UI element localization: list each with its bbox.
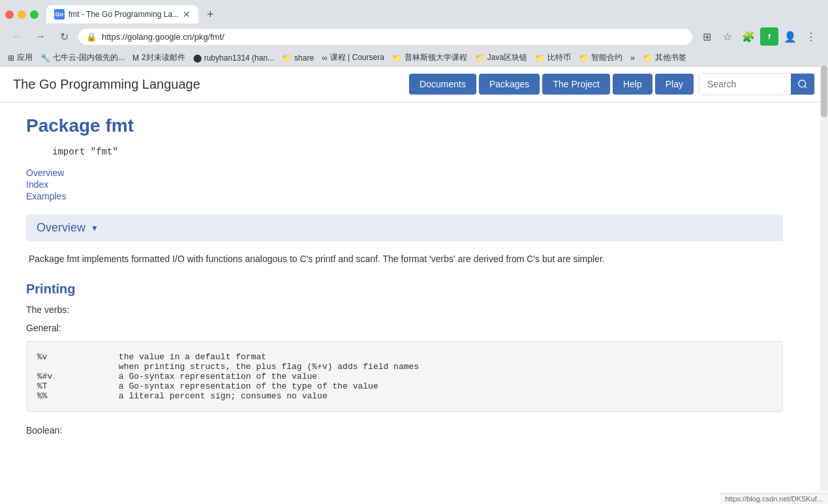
bookmark-share-icon: 📁	[282, 53, 292, 63]
bookmark-more[interactable]: »	[630, 53, 635, 63]
tab-favicon: Go	[54, 9, 65, 20]
examples-link[interactable]: Examples	[26, 191, 783, 201]
apps-icon: ⊞	[8, 53, 14, 63]
nav-buttons: Documents Packages The Project Help Play	[409, 74, 694, 95]
search-input[interactable]	[699, 74, 791, 95]
forward-button[interactable]: →	[31, 27, 50, 46]
bookmark-princeton[interactable]: 📁 普林斯顿大学课程	[392, 52, 467, 63]
code-block: %v the value in a default format when pr…	[26, 341, 783, 412]
url-text: https://golang.google.cn/pkg/fmt/	[102, 32, 224, 42]
help-button[interactable]: Help	[613, 74, 652, 95]
translate-icon[interactable]: ⊞	[698, 27, 716, 46]
search-container	[699, 73, 815, 95]
overview-dropdown-icon: ▼	[91, 224, 99, 233]
general-label: General:	[26, 323, 783, 333]
bookmark-github[interactable]: ⬤ rubyhan1314 (han...	[193, 53, 274, 63]
bookmark-mail-icon: M	[132, 53, 139, 63]
site-title: The Go Programming Language	[13, 77, 409, 92]
close-tab-button[interactable]: ✕	[183, 9, 191, 20]
menu-icon[interactable]: ⋮	[802, 27, 820, 46]
browser-chrome: Go fmt - The Go Programming La... ✕ + ← …	[0, 0, 828, 67]
bookmark-qiniu-icon: 🔧	[40, 53, 50, 63]
extension-icon[interactable]: 🧩	[739, 27, 758, 46]
toolbar-icons: ⊞ ☆ 🧩 f 👤 ⋮	[698, 27, 820, 46]
bookmark-java[interactable]: 📁 Java区块链	[475, 52, 527, 63]
bookmarks-label: ⊞ 应用	[8, 52, 33, 63]
doc-links: Overview Index Examples	[26, 168, 783, 201]
feedly-icon[interactable]: f	[760, 27, 778, 46]
bookmark-icon[interactable]: ☆	[718, 27, 737, 46]
bookmark-coursera[interactable]: ∞ 课程 | Coursera	[322, 52, 384, 63]
bookmark-contract-icon: 📁	[579, 53, 589, 63]
bookmark-bitcoin-icon: 📁	[535, 53, 545, 63]
boolean-label: Boolean:	[26, 425, 783, 436]
url-bar[interactable]: 🔒 https://golang.google.cn/pkg/fmt/	[78, 29, 692, 45]
secure-icon: 🔒	[86, 32, 97, 42]
bookmark-other-icon: 📁	[643, 53, 652, 63]
page-header: The Go Programming Language Documents Pa…	[0, 67, 828, 102]
bookmark-java-icon: 📁	[475, 53, 485, 63]
close-window-button[interactable]	[5, 10, 14, 19]
bookmark-contract[interactable]: 📁 智能合约	[579, 52, 622, 63]
index-link[interactable]: Index	[26, 179, 783, 190]
bookmark-princeton-icon: 📁	[392, 53, 402, 63]
overview-link[interactable]: Overview	[26, 168, 783, 178]
import-statement: import "fmt"	[52, 147, 783, 157]
documents-button[interactable]: Documents	[409, 74, 476, 95]
bookmark-github-icon: ⬤	[193, 53, 202, 63]
address-bar: ← → ↻ 🔒 https://golang.google.cn/pkg/fmt…	[0, 23, 828, 50]
packages-button[interactable]: Packages	[479, 74, 540, 95]
bookmark-mail[interactable]: M 2封未读邮件	[132, 52, 185, 63]
tab-title: fmt - The Go Programming La...	[69, 10, 179, 19]
tab-bar: Go fmt - The Go Programming La... ✕ +	[0, 0, 828, 23]
window-controls	[5, 10, 38, 19]
overview-section-header[interactable]: Overview ▼	[26, 215, 783, 241]
bookmark-coursera-icon: ∞	[322, 53, 328, 63]
play-button[interactable]: Play	[655, 74, 694, 95]
scrollbar-thumb[interactable]	[821, 65, 827, 117]
bookmark-bitcoin[interactable]: 📁 比特币	[535, 52, 571, 63]
overview-title: Overview	[37, 221, 85, 235]
minimize-window-button[interactable]	[18, 10, 26, 19]
bookmark-qiniu[interactable]: 🔧 七牛云-国内领先的...	[40, 52, 125, 63]
bookmark-share[interactable]: 📁 share	[282, 53, 314, 63]
svg-point-0	[799, 80, 806, 87]
overview-description: Package fmt implements formatted I/O wit…	[26, 252, 783, 266]
printing-title: Printing	[26, 282, 783, 297]
verbs-label: The verbs:	[26, 304, 783, 315]
bookmarks-bar: ⊞ 应用 🔧 七牛云-国内领先的... M 2封未读邮件 ⬤ rubyhan13…	[0, 50, 828, 67]
the-project-button[interactable]: The Project	[542, 74, 610, 95]
search-button[interactable]	[791, 74, 814, 95]
profile-icon[interactable]: 👤	[781, 27, 799, 46]
svg-line-1	[805, 86, 806, 88]
bookmark-other[interactable]: 📁 其他书签	[643, 52, 686, 63]
new-tab-button[interactable]: +	[201, 5, 219, 23]
refresh-button[interactable]: ↻	[55, 27, 73, 46]
scrollbar[interactable]	[820, 65, 828, 456]
package-title: Package fmt	[26, 115, 783, 136]
maximize-window-button[interactable]	[30, 10, 38, 19]
search-icon	[797, 79, 808, 89]
active-tab[interactable]: Go fmt - The Go Programming La... ✕	[46, 5, 198, 23]
page-content: Package fmt import "fmt" Overview Index …	[0, 102, 809, 456]
back-button[interactable]: ←	[8, 27, 26, 46]
